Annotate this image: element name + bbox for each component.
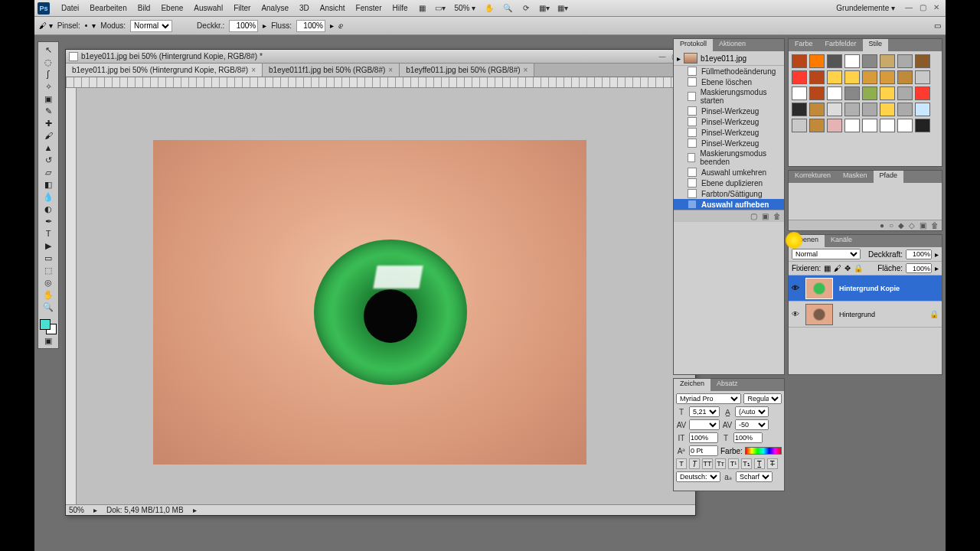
menu-fenster[interactable]: Fenster (351, 4, 387, 12)
style-swatch[interactable] (827, 54, 842, 68)
style-swatch[interactable] (809, 119, 825, 132)
language-select[interactable]: Deutsch: neue … (676, 471, 720, 482)
menu-ansicht[interactable]: Ansicht (315, 4, 351, 12)
minimize-button[interactable]: — (903, 3, 915, 14)
rotate-view-icon[interactable]: ⟳ (519, 2, 533, 15)
style-swatch[interactable] (792, 103, 807, 116)
style-swatch[interactable] (862, 54, 877, 68)
path-select-tool[interactable]: ▶ (40, 240, 57, 252)
opacity-arrow-icon[interactable]: ▸ (263, 21, 266, 30)
zoom-tool[interactable]: 🔍 (40, 301, 57, 313)
close-icon[interactable]: × (524, 66, 528, 74)
style-swatch[interactable] (880, 103, 895, 116)
menu-datei[interactable]: Datei (56, 4, 84, 12)
style-swatch[interactable] (809, 54, 825, 68)
history-step[interactable]: Pinsel-Werkzeug (674, 116, 784, 127)
trash-icon[interactable]: 🗑 (773, 212, 781, 220)
style-swatch[interactable] (915, 86, 930, 100)
italic-button[interactable]: T (689, 458, 700, 469)
tab-farbfelder[interactable]: Farbfelder (819, 39, 863, 51)
style-swatch[interactable] (862, 103, 877, 116)
style-swatch[interactable] (792, 119, 807, 132)
style-swatch[interactable] (880, 119, 895, 132)
style-swatch[interactable] (827, 119, 842, 132)
style-swatch[interactable] (897, 86, 913, 100)
menu-filter[interactable]: Filter (228, 4, 256, 12)
tab-stile[interactable]: Stile (863, 39, 889, 51)
text-color-swatch[interactable] (745, 447, 782, 455)
menu-auswahl[interactable]: Auswahl (188, 4, 228, 12)
history-step[interactable]: Pinsel-Werkzeug (674, 106, 784, 116)
maximize-button[interactable]: ▢ (916, 3, 929, 14)
history-step[interactable]: Farbton/Sättigung (674, 188, 784, 199)
layer-row[interactable]: 👁 Hintergrund Kopie (789, 276, 942, 302)
menu-hilfe[interactable]: Hilfe (387, 4, 413, 12)
tab-pfade[interactable]: Pfade (874, 171, 904, 183)
layer-name[interactable]: Hintergrund Kopie (836, 285, 942, 292)
style-swatch[interactable] (915, 103, 930, 116)
layer-row[interactable]: 👁 Hintergrund 🔒 (789, 302, 942, 328)
doc-tab-1[interactable]: b1eye011f1.jpg bei 50% (RGB/8#)× (263, 64, 400, 77)
close-icon[interactable]: × (388, 66, 393, 74)
history-step[interactable]: Auswahl aufheben (674, 199, 784, 210)
airbrush-icon[interactable]: ⅇ (338, 21, 343, 30)
status-arrow-icon[interactable]: ▸ (193, 506, 197, 514)
history-step[interactable]: Ebene löschen (674, 77, 784, 87)
flow-input[interactable] (296, 20, 325, 32)
doc-titlebar[interactable]: b1eye011.jpg bei 50% (Hintergrund Kopie,… (66, 50, 695, 64)
style-swatch[interactable] (844, 86, 860, 100)
history-step[interactable]: Maskierungsmodus beenden (674, 148, 784, 167)
tab-kanaele[interactable]: Kanäle (825, 235, 858, 247)
screen-mode-icon[interactable]: ▭▾ (433, 2, 447, 15)
kerning-select[interactable] (689, 419, 720, 430)
style-swatch[interactable] (897, 103, 913, 116)
layer-name[interactable]: Hintergrund (836, 311, 929, 318)
tab-farbe[interactable]: Farbe (789, 39, 819, 51)
allcaps-button[interactable]: TT (702, 458, 713, 469)
blur-tool[interactable]: 💧 (40, 191, 57, 203)
brush-preset[interactable]: • (85, 21, 88, 30)
brush-preset-arrow[interactable]: ▾ (92, 21, 96, 30)
style-swatch[interactable] (862, 119, 877, 132)
style-swatch[interactable] (809, 70, 825, 84)
zoom-dropdown[interactable]: 50% ▾ (449, 4, 480, 12)
style-swatch[interactable] (862, 86, 877, 100)
close-button[interactable]: ✕ (930, 3, 942, 14)
hand-icon[interactable]: ✋ (482, 2, 496, 15)
doc-tab-0[interactable]: b1eye011.jpg bei 50% (Hintergrund Kopie,… (66, 64, 263, 77)
superscript-button[interactable]: T¹ (728, 458, 739, 469)
new-snapshot-icon[interactable]: ▢ (750, 212, 757, 220)
3d-tool[interactable]: ⬚ (40, 264, 57, 276)
style-swatch[interactable] (844, 70, 860, 84)
style-swatch[interactable] (915, 70, 930, 84)
underline-button[interactable]: T̲ (754, 458, 765, 469)
leading-select[interactable]: (Auto) (735, 406, 769, 417)
tab-ebenen[interactable]: Ebenen (789, 235, 825, 247)
close-icon[interactable]: × (251, 66, 256, 74)
menu-3d[interactable]: 3D (294, 4, 315, 12)
tab-absatz[interactable]: Absatz (710, 379, 744, 391)
tab-zeichen[interactable]: Zeichen (674, 379, 710, 391)
tracking-select[interactable]: -50 (735, 419, 769, 430)
style-swatch[interactable] (809, 86, 825, 100)
brush-panel-icon[interactable]: ▭ (934, 21, 941, 30)
history-step[interactable]: Auswahl umkehren (674, 167, 784, 178)
lock-pixels-icon[interactable]: 🖌 (834, 264, 841, 272)
arrange-icon[interactable]: ▦▾ (537, 2, 551, 15)
menu-bild[interactable]: Bild (132, 4, 156, 12)
history-source[interactable]: ▸ b1eye011.jpg (674, 51, 784, 66)
doc-tab-2[interactable]: b1eyffe011.jpg bei 50% (RGB/8#)× (400, 64, 534, 77)
strike-button[interactable]: T̶ (767, 458, 778, 469)
eyedropper-tool[interactable]: ✎ (40, 105, 57, 117)
style-swatch[interactable] (862, 70, 877, 84)
wand-tool[interactable]: ✧ (40, 80, 57, 93)
status-zoom[interactable]: 50% (69, 506, 84, 514)
marquee-tool[interactable]: ◌ (40, 56, 57, 68)
style-swatch[interactable] (792, 86, 807, 100)
shape-tool[interactable]: ▭ (40, 252, 57, 264)
canvas[interactable] (77, 88, 695, 504)
gradient-tool[interactable]: ◧ (40, 178, 57, 191)
mode-select[interactable]: Normal (130, 20, 172, 32)
subscript-button[interactable]: T₁ (741, 458, 752, 469)
style-swatch[interactable] (827, 70, 842, 84)
